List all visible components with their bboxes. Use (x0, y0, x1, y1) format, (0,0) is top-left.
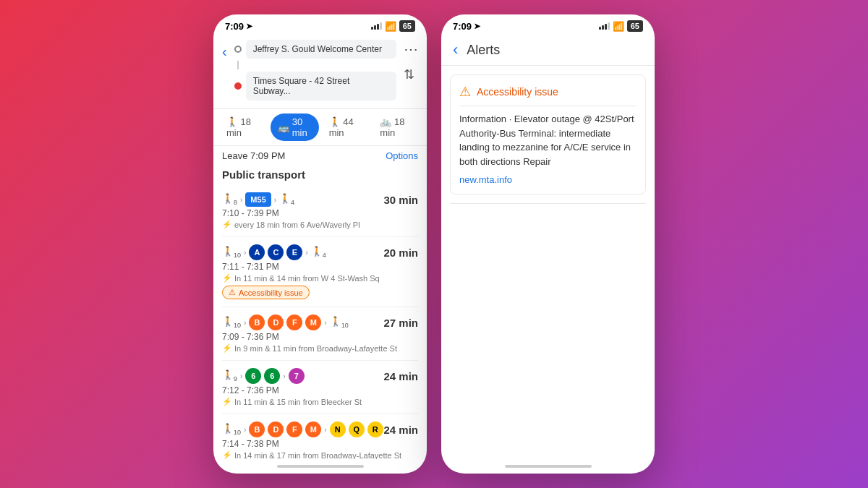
badge-a: A (249, 244, 265, 260)
alert-card: ⚠ Accessibility issue Information · Elev… (450, 74, 646, 194)
location-icon: ➤ (246, 22, 252, 31)
badge-d2: D (268, 421, 284, 437)
waypoints: Jeffrey S. Gould Welcome Center Times Sq… (234, 38, 396, 103)
phones-container: 7:09 ➤ 📶 65 ‹ (213, 14, 655, 474)
routes-list: 🚶8 › M55 › 🚶4 30 min 7:10 - 7:39 PM ⚡ ev… (213, 185, 427, 459)
dest-dot (234, 82, 242, 90)
chevron-4a: › (240, 372, 242, 380)
route-top-5: 🚶10 › B D F M › N Q R 24 min (222, 421, 418, 437)
badge-c: C (268, 244, 284, 260)
route-top-4: 🚶9 › 6 6 › 7 24 min (222, 368, 418, 384)
origin-dot (234, 46, 242, 53)
badge-6: 6 (245, 368, 261, 384)
chevron-5b: › (324, 426, 326, 434)
route-item-3[interactable]: 🚶10 › B D F M › 🚶10 27 min 7:09 - 7:36 P… (222, 307, 418, 361)
origin-row: Jeffrey S. Gould Welcome Center (234, 38, 396, 61)
route-steps-1: 🚶8 › M55 › 🚶4 (222, 192, 294, 207)
badge-6x: 6 (264, 368, 280, 384)
alert-link[interactable]: new.mta.info (459, 174, 637, 185)
wifi-icon: 📶 (385, 21, 396, 32)
left-time: 7:09 ➤ (225, 21, 252, 32)
walk-end-2: 🚶4 (311, 246, 326, 259)
route-steps-4: 🚶9 › 6 6 › 7 (222, 368, 305, 384)
walk-start-1: 🚶8 (222, 193, 237, 206)
walk-end-3: 🚶10 (330, 316, 349, 329)
alerts-header: ‹ Alerts (441, 35, 655, 66)
route-duration-1: 30 min (383, 194, 418, 206)
left-status-icons: 📶 65 (371, 20, 415, 32)
destination-row: Times Square - 42 Street Subway... (234, 69, 396, 103)
badge-b2: B (249, 421, 265, 437)
route-steps-3: 🚶10 › B D F M › 🚶10 (222, 314, 349, 330)
right-status-bar: 7:09 ➤ 📶 65 (441, 14, 655, 35)
transit-icon: 🚌 (278, 122, 289, 133)
badge-d: D (268, 314, 284, 330)
swap-button[interactable]: ⇅ (401, 64, 421, 85)
left-status-bar: 7:09 ➤ 📶 65 (213, 14, 427, 35)
mode-18-label: 🚶 18 min (226, 116, 260, 138)
right-battery-indicator: 65 (627, 20, 643, 32)
route-times-4: 7:12 - 7:36 PM (222, 385, 418, 395)
walk-start-3: 🚶10 (222, 316, 241, 329)
route-info-2: ⚡ In 11 min & 14 min from W 4 St-Wash Sq (222, 273, 418, 283)
info-icon-2: ⚡ (222, 273, 232, 283)
section-header: Public transport (213, 166, 427, 185)
chevron-2b: › (305, 249, 307, 257)
chevron-2a: › (244, 249, 246, 257)
badge-n: N (330, 421, 346, 437)
mode-tab-walk[interactable]: 🚶 44 min (322, 114, 370, 141)
mode-tab-transit[interactable]: 🚌 30 min (271, 114, 319, 141)
leave-time[interactable]: Leave 7:09 PM (222, 150, 285, 161)
badge-f: F (286, 314, 302, 330)
battery-indicator: 65 (399, 20, 415, 32)
mode-tabs: 🚶 18 min 🚌 30 min 🚶 44 min 🚲 18 min (213, 109, 427, 146)
mode-tab-18min[interactable]: 🚶 18 min (219, 114, 268, 141)
route-line (237, 61, 239, 69)
origin-input[interactable]: Jeffrey S. Gould Welcome Center (246, 40, 396, 59)
time-text: 7:09 (225, 21, 244, 32)
route-duration-2: 20 min (383, 247, 418, 259)
route-times-3: 7:09 - 7:36 PM (222, 332, 418, 342)
back-button[interactable]: ‹ (219, 40, 230, 63)
right-status-icons: 📶 65 (599, 20, 643, 32)
route-item-4[interactable]: 🚶9 › 6 6 › 7 24 min 7:12 - 7:36 PM ⚡ In … (222, 361, 418, 414)
alerts-title: Alerts (467, 43, 500, 58)
badge-m: M (305, 314, 321, 330)
walk-end-1: 🚶4 (279, 193, 294, 206)
dest-input[interactable]: Times Square - 42 Street Subway... (246, 72, 396, 100)
walk-start-5: 🚶10 (222, 423, 241, 436)
route-duration-4: 24 min (383, 370, 418, 382)
accessibility-badge[interactable]: ⚠ Accessibility issue (222, 286, 310, 299)
alert-header-row: ⚠ Accessibility issue (459, 84, 637, 100)
route-top-2: 🚶10 › A C E › 🚶4 20 min (222, 244, 418, 260)
badge-q: Q (349, 421, 365, 437)
route-item-1[interactable]: 🚶8 › M55 › 🚶4 30 min 7:10 - 7:39 PM ⚡ ev… (222, 185, 418, 237)
badge-m55: M55 (245, 192, 271, 207)
route-times-5: 7:14 - 7:38 PM (222, 439, 418, 449)
mode-tab-bike[interactable]: 🚲 18 min (373, 114, 421, 141)
info-icon-4: ⚡ (222, 397, 232, 406)
right-time: 7:09 ➤ (453, 21, 480, 32)
badge-m2: M (305, 421, 321, 437)
leave-row: Leave 7:09 PM Options (213, 146, 427, 166)
badge-r: R (367, 421, 383, 437)
info-icon-5: ⚡ (222, 450, 232, 459)
bike-mode-label: 🚲 18 min (380, 116, 414, 138)
route-info-4: ⚡ In 11 min & 15 min from Bleecker St (222, 397, 418, 406)
alert-type-label: Accessibility issue (477, 86, 558, 98)
options-button[interactable]: Options (386, 150, 418, 161)
alert-warning-icon: ⚠ (459, 84, 471, 100)
alerts-back-button[interactable]: ‹ (453, 40, 458, 59)
route-item-2[interactable]: 🚶10 › A C E › 🚶4 20 min 7:11 - 7:31 PM ⚡… (222, 237, 418, 307)
right-battery-level: 65 (631, 22, 639, 30)
walk-mode-label: 🚶 44 min (329, 116, 363, 138)
more-button[interactable]: ⋯ (401, 38, 421, 61)
route-item-5[interactable]: 🚶10 › B D F M › N Q R 24 min 7:14 - 7:38… (222, 414, 418, 459)
signal-icon (371, 22, 382, 30)
nav-header: ‹ Jeffrey S. Gould Welcome Center Times … (213, 35, 427, 109)
chevron-1b: › (274, 196, 276, 204)
home-bar-left (277, 465, 364, 468)
accessibility-label: Accessibility issue (239, 288, 303, 297)
route-info-3: ⚡ In 9 min & 11 min from Broadway-Lafaye… (222, 343, 418, 353)
home-bar-right (505, 465, 592, 468)
